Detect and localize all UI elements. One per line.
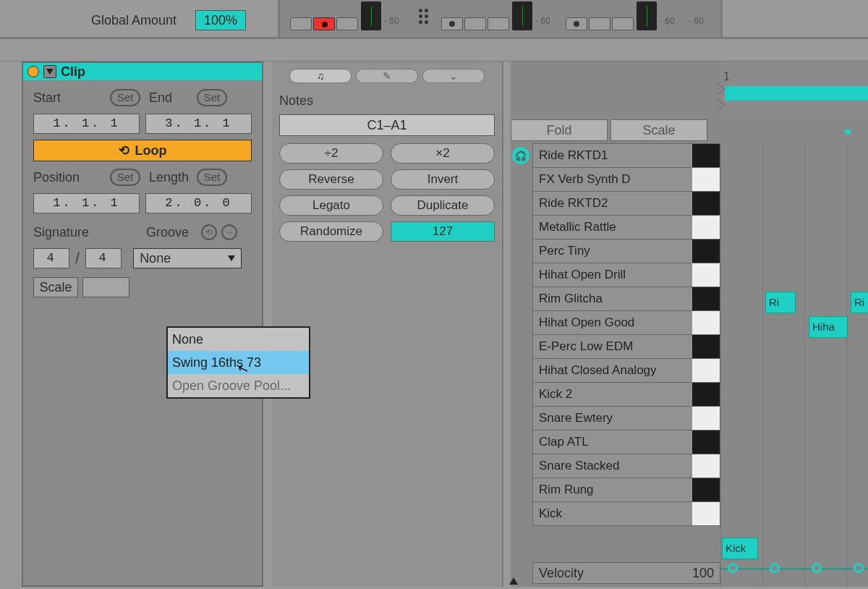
fold-marker-icon[interactable] xyxy=(843,130,852,136)
key-cell[interactable] xyxy=(692,287,720,310)
mute-button[interactable] xyxy=(290,17,312,30)
track-row[interactable]: Hihat Closed Analogy xyxy=(532,358,720,383)
velocity-marker[interactable] xyxy=(812,563,822,573)
track-row[interactable]: E-Perc Low EDM xyxy=(532,334,720,359)
velocity-label: Velocity xyxy=(539,566,584,581)
groove-commit-icon[interactable]: → xyxy=(221,224,237,240)
groove-option-open-pool[interactable]: Open Groove Pool... xyxy=(168,374,309,397)
record-arm-button[interactable] xyxy=(313,17,335,30)
signature-numerator[interactable]: 4 xyxy=(33,248,69,268)
key-cell[interactable] xyxy=(692,311,720,334)
invert-button[interactable]: Invert xyxy=(391,169,495,190)
global-amount-value[interactable]: 100% xyxy=(195,10,246,30)
midi-note[interactable]: Ri xyxy=(851,292,868,313)
track-row[interactable]: Snare Stacked xyxy=(532,454,720,478)
groove-select[interactable]: None xyxy=(133,248,242,268)
position-set-button[interactable]: Set xyxy=(110,169,140,186)
track-meter-block: - 60 xyxy=(441,1,557,32)
track-row[interactable]: Clap ATL xyxy=(532,430,720,454)
mute-button[interactable] xyxy=(566,17,587,30)
track-row[interactable]: Ride RKTD1 xyxy=(532,143,720,168)
key-cell[interactable] xyxy=(692,359,720,382)
randomize-button[interactable]: Randomize xyxy=(279,221,383,242)
halve-button[interactable]: ÷2 xyxy=(279,143,383,164)
end-value[interactable]: 3. 1. 1 xyxy=(145,114,252,134)
reverse-button[interactable]: Reverse xyxy=(279,169,383,190)
key-cell[interactable] xyxy=(692,431,720,454)
track-row[interactable]: Rim Glitcha xyxy=(532,287,720,311)
position-label: Position xyxy=(33,170,106,185)
velocity-lane-header[interactable]: Velocity 100 xyxy=(532,562,720,584)
track-row[interactable]: Perc Tiny xyxy=(532,239,720,263)
track-row[interactable]: Snare Ewtery xyxy=(532,406,720,431)
timeline-ruler[interactable]: 1 xyxy=(720,62,868,119)
clip-color-swatch[interactable] xyxy=(27,66,39,77)
track-row[interactable]: FX Verb Synth D xyxy=(532,167,720,192)
solo-button[interactable] xyxy=(589,17,610,30)
arm-button[interactable] xyxy=(612,17,634,30)
key-cell[interactable] xyxy=(692,263,720,287)
midi-note[interactable]: Kick xyxy=(722,538,758,559)
midi-note[interactable]: Hiha xyxy=(809,316,848,338)
randomize-amount[interactable]: 127 xyxy=(391,221,495,242)
track-row[interactable]: Kick xyxy=(532,501,720,526)
clip-overview-bar[interactable] xyxy=(725,86,868,101)
track-row[interactable]: Ride RKTD2 xyxy=(532,191,720,216)
velocity-marker[interactable] xyxy=(854,563,864,573)
note-range-field[interactable]: C1–A1 xyxy=(279,114,495,136)
key-cell[interactable] xyxy=(692,192,720,215)
midi-note[interactable]: Ri xyxy=(765,292,796,313)
start-value[interactable]: 1. 1. 1 xyxy=(33,114,140,134)
duplicate-button[interactable]: Duplicate xyxy=(391,195,495,216)
scale-button[interactable]: Scale xyxy=(33,277,78,297)
arm-button[interactable] xyxy=(488,17,509,30)
drag-dots-icon[interactable] xyxy=(414,9,433,24)
position-value[interactable]: 1. 1. 1 xyxy=(33,193,140,213)
key-cell[interactable] xyxy=(692,407,720,430)
tab-envelopes[interactable]: ✎ xyxy=(356,69,418,83)
track-row[interactable]: Kick 2 xyxy=(532,382,720,407)
track-row[interactable]: Hihat Open Drill xyxy=(532,263,720,287)
solo-button[interactable] xyxy=(336,17,358,30)
tab-notes[interactable]: ♫ xyxy=(289,69,352,83)
length-set-button[interactable]: Set xyxy=(197,169,227,186)
key-cell[interactable] xyxy=(692,168,720,191)
tab-expression[interactable]: ⌄ xyxy=(422,69,485,83)
preview-headphone-icon[interactable] xyxy=(512,147,529,164)
scale-root-field[interactable] xyxy=(82,277,129,297)
velocity-marker[interactable] xyxy=(728,563,738,573)
track-row[interactable]: Hihat Open Good xyxy=(532,310,720,335)
double-button[interactable]: ×2 xyxy=(391,143,495,164)
key-cell[interactable] xyxy=(692,335,720,358)
track-name: FX Verb Synth D xyxy=(533,168,692,191)
notes-header-label: Notes xyxy=(279,93,495,109)
key-cell[interactable] xyxy=(692,478,720,501)
key-cell[interactable] xyxy=(692,216,720,239)
fold-button[interactable]: Fold xyxy=(511,119,608,141)
track-row[interactable]: Rim Rung xyxy=(532,478,720,502)
scale-highlight-button[interactable]: Scale xyxy=(610,119,707,141)
start-set-button[interactable]: Set xyxy=(110,89,140,106)
key-cell[interactable] xyxy=(692,144,720,167)
velocity-marker[interactable] xyxy=(770,563,780,573)
clip-menu-dropdown-icon[interactable] xyxy=(43,65,56,78)
track-row[interactable]: Metallic Rattle xyxy=(532,215,720,240)
clip-header[interactable]: Clip xyxy=(23,63,262,80)
key-cell[interactable] xyxy=(692,454,720,478)
mute-button[interactable] xyxy=(441,17,463,30)
loop-button[interactable]: ⟲ Loop xyxy=(33,140,252,161)
length-value[interactable]: 2. 0. 0 xyxy=(145,193,252,213)
key-cell[interactable] xyxy=(692,383,720,406)
level-meter xyxy=(637,1,657,30)
key-cell[interactable] xyxy=(692,240,720,263)
groove-hot-swap-icon[interactable]: ⟲ xyxy=(201,224,217,240)
signature-denominator[interactable]: 4 xyxy=(85,248,122,268)
clip-title[interactable]: Clip xyxy=(61,64,85,80)
solo-button[interactable] xyxy=(464,17,486,30)
end-set-button[interactable]: Set xyxy=(197,89,227,106)
key-cell[interactable] xyxy=(692,502,720,525)
legato-button[interactable]: Legato xyxy=(279,195,383,216)
velocity-lane[interactable] xyxy=(720,559,868,588)
midi-grid[interactable]: Ri Ri Hiha Kick xyxy=(720,144,868,587)
groove-option-none[interactable]: None xyxy=(168,328,309,351)
